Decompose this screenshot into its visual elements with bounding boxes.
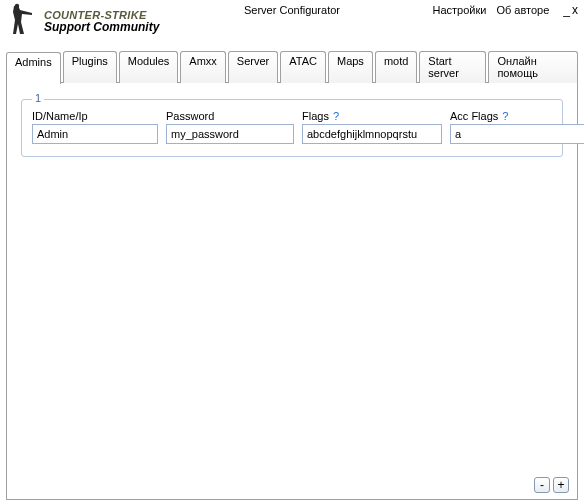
- id-input[interactable]: [32, 124, 158, 144]
- tab-motd[interactable]: motd: [375, 51, 417, 83]
- flags-input[interactable]: [302, 124, 442, 144]
- col-accflags: Acc Flags ?: [450, 110, 584, 144]
- add-entry-button[interactable]: +: [553, 477, 569, 493]
- svg-point-0: [15, 4, 19, 8]
- tab-modules[interactable]: Modules: [119, 51, 179, 83]
- close-button[interactable]: x: [572, 4, 578, 16]
- logo-line2: Support Community: [44, 21, 159, 34]
- tab-server[interactable]: Server: [228, 51, 278, 83]
- label-accflags-text: Acc Flags: [450, 110, 498, 122]
- accflags-input[interactable]: [450, 124, 584, 144]
- password-input[interactable]: [166, 124, 294, 144]
- settings-link[interactable]: Настройки: [432, 4, 486, 16]
- label-id: ID/Name/Ip: [32, 110, 158, 122]
- tab-amxx[interactable]: Amxx: [180, 51, 226, 83]
- tab-online-help[interactable]: Онлайн помощь: [488, 51, 578, 83]
- label-flags: Flags ?: [302, 110, 442, 122]
- tab-maps[interactable]: Maps: [328, 51, 373, 83]
- header: COUNTER-STRIKE Support Community Server …: [0, 0, 584, 44]
- header-right: Настройки Об авторе _ x: [432, 4, 578, 16]
- field-row: ID/Name/Ip Password Flags ? Acc Flags ?: [32, 110, 552, 144]
- group-legend: 1: [32, 92, 44, 104]
- panel-footer: - +: [534, 477, 569, 493]
- content-panel: 1 ID/Name/Ip Password Flags ? Acc Flags: [6, 82, 578, 500]
- tab-admins[interactable]: Admins: [6, 52, 61, 84]
- about-link[interactable]: Об авторе: [496, 4, 549, 16]
- col-id: ID/Name/Ip: [32, 110, 158, 144]
- minimize-button[interactable]: _: [563, 4, 570, 16]
- label-flags-text: Flags: [302, 110, 329, 122]
- admin-entry-group: 1 ID/Name/Ip Password Flags ? Acc Flags: [21, 99, 563, 157]
- tab-bar: Admins Plugins Modules Amxx Server ATAC …: [0, 50, 584, 82]
- label-accflags: Acc Flags ?: [450, 110, 584, 122]
- logo-text: COUNTER-STRIKE Support Community: [44, 5, 159, 34]
- accflags-help-icon[interactable]: ?: [502, 110, 508, 122]
- logo-block: COUNTER-STRIKE Support Community: [4, 2, 159, 38]
- label-password: Password: [166, 110, 294, 122]
- remove-entry-button[interactable]: -: [534, 477, 550, 493]
- col-password: Password: [166, 110, 294, 144]
- save-row: Сохранить: [0, 500, 584, 504]
- tab-atac[interactable]: ATAC: [280, 51, 326, 83]
- tab-start-server[interactable]: Start server: [419, 51, 486, 83]
- cs-logo-icon: [4, 2, 40, 38]
- tab-plugins[interactable]: Plugins: [63, 51, 117, 83]
- flags-help-icon[interactable]: ?: [333, 110, 339, 122]
- window-buttons: _ x: [563, 4, 578, 16]
- col-flags: Flags ?: [302, 110, 442, 144]
